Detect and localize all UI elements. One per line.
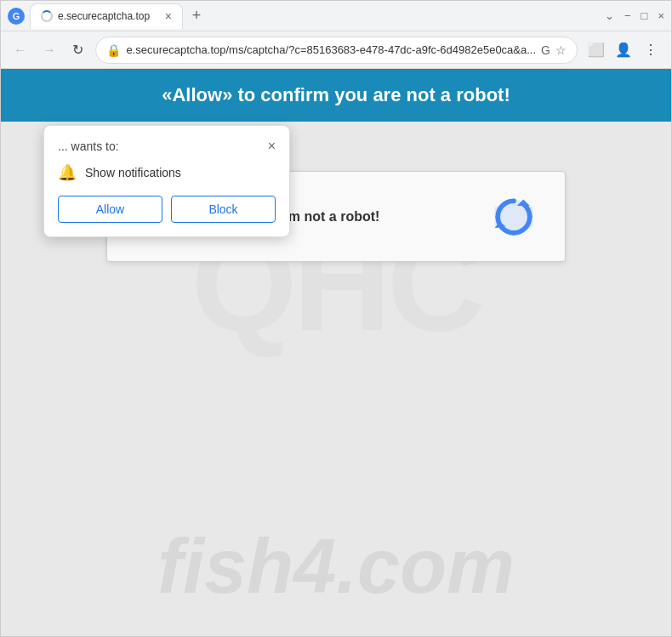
lock-icon: 🔒: [106, 43, 121, 57]
captcha-label: I'm not a robot!: [282, 209, 380, 225]
popup-buttons: Allow Block: [58, 196, 276, 223]
block-button[interactable]: Block: [171, 196, 276, 223]
popup-title: ... wants to:: [58, 139, 119, 153]
maximize-button[interactable]: □: [641, 9, 648, 22]
active-tab[interactable]: e.securecaptcha.top ×: [30, 3, 183, 29]
title-bar: G e.securecaptcha.top × + ⌄ − □ ×: [1, 1, 671, 31]
new-tab-button[interactable]: +: [185, 4, 208, 28]
popup-close-button[interactable]: ×: [268, 139, 276, 153]
bookmark-icon[interactable]: ☆: [555, 43, 567, 57]
allow-button[interactable]: Allow: [58, 196, 162, 223]
notification-text: Show notifications: [85, 166, 181, 179]
chevron-down-icon[interactable]: ⌄: [605, 9, 614, 22]
tab-loading-icon: [41, 10, 53, 22]
address-bar: ← → ↻ 🔒 e.securecaptcha.top/ms/captcha/?…: [1, 31, 671, 69]
profile-button[interactable]: 👤: [612, 38, 635, 62]
menu-button[interactable]: ⋮: [639, 38, 663, 62]
extensions-button[interactable]: ⬜: [584, 38, 608, 62]
toolbar-icons: ⬜ 👤 ⋮: [584, 38, 663, 62]
minimize-button[interactable]: −: [624, 9, 631, 22]
captcha-banner: «Allow» to confirm you are not a robot!: [1, 69, 671, 122]
google-logo: G: [8, 8, 25, 25]
refresh-button[interactable]: ↻: [67, 38, 89, 62]
back-button[interactable]: ←: [9, 38, 31, 62]
popup-header: ... wants to: ×: [58, 139, 276, 153]
url-text: e.securecaptcha.top/ms/captcha/?c=851636…: [126, 43, 536, 56]
recaptcha-logo: [488, 191, 539, 242]
tab-group: e.securecaptcha.top × +: [30, 3, 600, 29]
banner-text: «Allow» to confirm you are not a robot!: [162, 84, 510, 106]
recaptcha-icon: [488, 191, 539, 242]
page-content: «Allow» to confirm you are not a robot! …: [1, 69, 671, 636]
notification-row: 🔔 Show notifications: [58, 163, 276, 182]
browser-window: G e.securecaptcha.top × + ⌄ − □ × ← → ↻ …: [0, 0, 672, 637]
fish4-watermark: fish4.com: [157, 523, 515, 611]
notification-popup: ... wants to: × 🔔 Show notifications All…: [43, 125, 290, 237]
bell-icon: 🔔: [58, 163, 77, 182]
address-right-icons: G ☆: [541, 43, 567, 57]
tab-close-button[interactable]: ×: [165, 9, 172, 23]
window-controls: ⌄ − □ ×: [605, 9, 664, 22]
close-button[interactable]: ×: [658, 9, 664, 22]
forward-button[interactable]: →: [38, 38, 60, 62]
address-box[interactable]: 🔒 e.securecaptcha.top/ms/captcha/?c=8516…: [95, 37, 578, 64]
tab-title: e.securecaptcha.top: [58, 10, 150, 22]
google-search-icon[interactable]: G: [541, 43, 550, 57]
